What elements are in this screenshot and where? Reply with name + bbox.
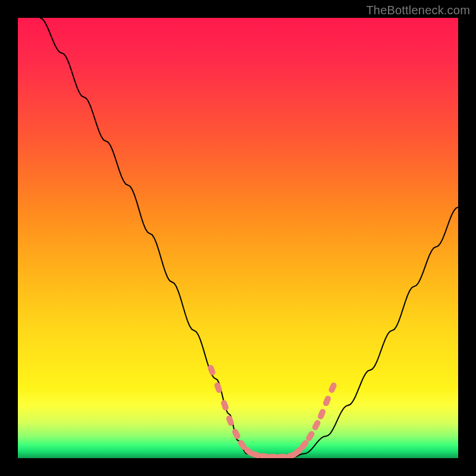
curve-layer [18, 18, 458, 458]
watermark-text: TheBottleneck.com [366, 4, 470, 17]
marker-dot [317, 408, 326, 420]
marker-dot [322, 395, 331, 407]
marker-dot [231, 428, 241, 440]
marker-dot [311, 419, 321, 431]
plot-area [18, 18, 458, 458]
bottleneck-curve [40, 18, 458, 458]
marker-dot [277, 453, 288, 458]
marker-dot [220, 399, 230, 411]
marker-dot [328, 381, 337, 393]
curve-line [40, 18, 458, 458]
chart-frame: TheBottleneck.com [0, 0, 476, 476]
